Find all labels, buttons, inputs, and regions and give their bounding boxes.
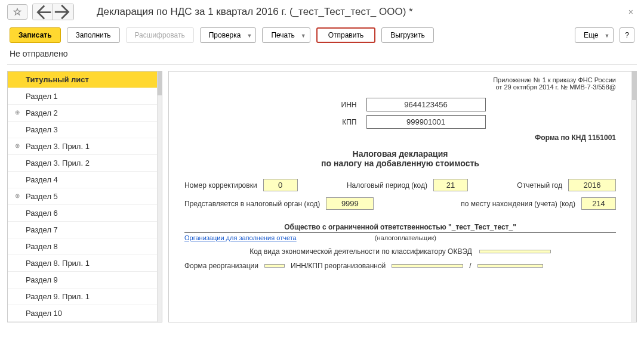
check-button[interactable]: Проверка▼ — [200, 27, 257, 43]
status-text: Не отправлено — [0, 46, 644, 64]
okved-field[interactable] — [479, 250, 551, 253]
sidebar-item-13[interactable]: Раздел 9. Прил. 1 — [8, 288, 157, 305]
authority-label: Представляется в налоговый орган (код) — [184, 200, 320, 208]
reorg-label: Форма реорганизации — [184, 262, 258, 270]
year-field[interactable]: 2016 — [568, 179, 616, 191]
okved-label: Код вида экономической деятельности по к… — [249, 247, 472, 256]
caret-down-icon: ▼ — [301, 33, 306, 39]
reorg-inn-field[interactable] — [392, 264, 463, 268]
save-button[interactable]: Записать — [10, 27, 61, 43]
sidebar-scrollbar[interactable] — [157, 72, 162, 322]
export-button[interactable]: Выгрузить — [381, 27, 434, 43]
sidebar-item-label: Раздел 10 — [26, 309, 62, 318]
annex-line1: Приложение № 1 к приказу ФНС России — [184, 76, 616, 83]
main-wrap: Приложение № 1 к приказу ФНС России от 2… — [168, 71, 637, 322]
inn-label: ИНН — [315, 101, 357, 109]
sidebar-item-label: Раздел 5 — [26, 192, 58, 201]
more-button[interactable]: Еще▼ — [575, 27, 614, 43]
sidebar-item-label: Раздел 6 — [26, 209, 58, 218]
sidebar-item-9[interactable]: Раздел 7 — [8, 222, 157, 238]
period-label: Налоговый период (код) — [347, 181, 427, 190]
location-label: по месту нахождения (учета) (код) — [461, 200, 575, 208]
kpp-label: КПП — [315, 118, 357, 126]
print-button[interactable]: Печать▼ — [262, 27, 310, 43]
sidebar-item-1[interactable]: Раздел 1 — [8, 88, 157, 105]
org-hint: (налогоплательщик) — [297, 234, 514, 241]
annex-text: Приложение № 1 к приказу ФНС России от 2… — [184, 76, 616, 91]
sidebar: Титульный листРаздел 1⊕Раздел 2Раздел 3⊕… — [8, 72, 157, 322]
location-field[interactable]: 214 — [581, 197, 616, 210]
reorg-form-field[interactable] — [264, 264, 285, 268]
caret-down-icon: ▼ — [246, 33, 252, 39]
arrow-left-icon — [33, 4, 53, 20]
print-label: Печать — [271, 31, 294, 39]
sidebar-item-label: Раздел 3. Прил. 1 — [26, 142, 90, 151]
year-label: Отчетный год — [517, 181, 562, 190]
sidebar-item-4[interactable]: ⊕Раздел 3. Прил. 1 — [8, 138, 157, 155]
sidebar-item-label: Титульный лист — [26, 75, 89, 84]
knd-text: Форма по КНД 1151001 — [184, 134, 616, 142]
sidebar-item-8[interactable]: Раздел 6 — [8, 205, 157, 222]
caret-down-icon: ▼ — [604, 33, 609, 39]
annex-line2: от 29 октября 2014 г. № ММВ-7-3/558@ — [184, 83, 616, 91]
reorg-slash: / — [469, 262, 471, 270]
authority-field[interactable]: 9999 — [326, 197, 374, 210]
sidebar-item-label: Раздел 8. Прил. 1 — [26, 259, 90, 268]
nav-forward-button[interactable] — [53, 4, 73, 20]
nav-group — [32, 4, 74, 20]
inn-field[interactable]: 9644123456 — [366, 98, 486, 111]
decode-button: Расшифровать — [126, 27, 194, 43]
sidebar-item-label: Раздел 9 — [26, 275, 58, 284]
sidebar-item-label: Раздел 3. Прил. 2 — [26, 159, 90, 167]
content: Титульный листРаздел 1⊕Раздел 2Раздел 3⊕… — [0, 65, 644, 325]
sidebar-item-0[interactable]: Титульный лист — [8, 72, 157, 88]
star-icon — [13, 8, 21, 16]
sidebar-item-label: Раздел 8 — [26, 242, 58, 251]
correction-label: Номер корректировки — [184, 181, 257, 190]
close-button[interactable]: × — [625, 7, 637, 17]
org-name: Общество с ограниченной ответственностью… — [184, 222, 616, 233]
form-title: Налоговая декларация — [184, 149, 616, 159]
reorg-kpp-field[interactable] — [477, 264, 543, 268]
send-button[interactable]: Отправить — [316, 27, 376, 43]
sidebar-item-3[interactable]: Раздел 3 — [8, 122, 157, 138]
sidebar-item-5[interactable]: Раздел 3. Прил. 2 — [8, 155, 157, 172]
sidebar-item-label: Раздел 2 — [26, 108, 58, 117]
expand-icon[interactable]: ⊕ — [15, 193, 20, 199]
sidebar-item-6[interactable]: Раздел 4 — [8, 172, 157, 188]
sidebar-item-label: Раздел 3 — [26, 125, 58, 134]
sidebar-item-label: Раздел 9. Прил. 1 — [26, 292, 90, 301]
more-label: Еще — [584, 31, 598, 39]
main-scrollbar[interactable] — [631, 72, 636, 322]
arrow-right-icon — [53, 4, 73, 20]
org-link[interactable]: Организации для заполнения отчета — [184, 234, 297, 241]
sidebar-item-12[interactable]: Раздел 9 — [8, 272, 157, 288]
sidebar-wrap: Титульный листРаздел 1⊕Раздел 2Раздел 3⊕… — [7, 71, 162, 322]
period-field[interactable]: 21 — [433, 179, 468, 191]
topbar: Декларация по НДС за 1 квартал 2016 г. (… — [0, 0, 644, 24]
form-subtitle: по налогу на добавленную стоимость — [184, 159, 616, 168]
expand-icon[interactable]: ⊕ — [15, 142, 20, 149]
fill-button[interactable]: Заполнить — [67, 27, 120, 43]
sidebar-item-14[interactable]: Раздел 10 — [8, 305, 157, 322]
sidebar-item-label: Раздел 7 — [26, 225, 58, 234]
sidebar-item-7[interactable]: ⊕Раздел 5 — [8, 188, 157, 205]
toolbar: Записать Заполнить Расшифровать Проверка… — [0, 24, 644, 46]
main-panel: Приложение № 1 к приказу ФНС России от 2… — [169, 72, 631, 322]
expand-icon[interactable]: ⊕ — [15, 109, 20, 116]
sidebar-item-10[interactable]: Раздел 8 — [8, 238, 157, 255]
check-label: Проверка — [209, 31, 241, 39]
sidebar-item-label: Раздел 1 — [26, 92, 58, 101]
kpp-field[interactable]: 999901001 — [366, 115, 486, 129]
nav-back-button[interactable] — [33, 4, 53, 20]
help-button[interactable]: ? — [620, 27, 634, 43]
sidebar-item-label: Раздел 4 — [26, 175, 58, 184]
correction-field[interactable]: 0 — [263, 179, 298, 191]
favorite-button[interactable] — [7, 4, 27, 20]
sidebar-item-11[interactable]: Раздел 8. Прил. 1 — [8, 255, 157, 272]
page-title: Декларация по НДС за 1 квартал 2016 г. (… — [97, 6, 413, 18]
sidebar-item-2[interactable]: ⊕Раздел 2 — [8, 105, 157, 122]
reorg-inn-label: ИНН/КПП реорганизованной — [291, 262, 386, 270]
